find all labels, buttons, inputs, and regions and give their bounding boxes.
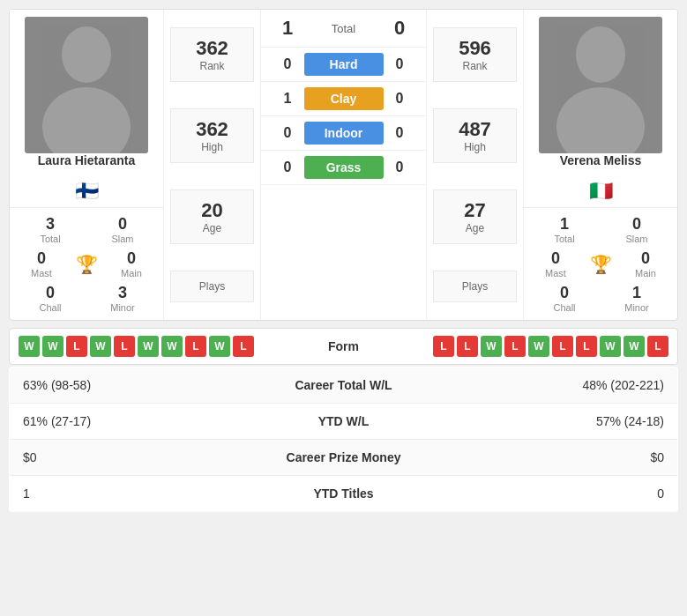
form-badge-left: W [161, 336, 183, 357]
h2h-indoor-right: 0 [386, 125, 413, 141]
form-badge-right: L [457, 336, 478, 357]
right-form-badges: LLWLWLLWWL [388, 336, 669, 357]
stats-row: 61% (27-17) YTD W/L 57% (24-18) [10, 404, 678, 440]
stat-center-label: Career Prize Money [243, 440, 444, 476]
form-badge-left: W [90, 336, 111, 357]
right-minor-stat: 1 Minor [601, 284, 673, 313]
right-rank-stats: 596 Rank 487 High 27 Age Plays [426, 10, 523, 320]
h2h-clay-right: 0 [386, 91, 413, 107]
form-badge-left: W [42, 336, 63, 357]
left-player-header: Laura Hietaranta 🇫🇮 [10, 10, 163, 208]
stat-right-value: 48% (202-221) [444, 367, 677, 404]
form-label: Form [300, 339, 388, 353]
form-badge-left: L [66, 336, 87, 357]
right-player-flag: 🇮🇹 [589, 180, 613, 203]
hard-badge: Hard [304, 53, 384, 76]
right-player-name: Verena Meliss [560, 153, 642, 167]
form-badge-right: W [481, 336, 502, 357]
left-player-stats: 3 Total 0 Slam 0 Mast 🏆 [10, 208, 163, 320]
right-rank-block: 596 Rank [433, 27, 517, 82]
indoor-badge: Indoor [304, 122, 384, 145]
right-total-stat: 1 Total [528, 215, 601, 244]
right-player-section: Verena Meliss 🇮🇹 1 Total 0 Slam 0 [523, 10, 677, 320]
right-slam-stat: 0 Slam [601, 215, 673, 244]
form-badge-right: W [528, 336, 549, 357]
stat-right-value: $0 [444, 440, 677, 476]
left-total-stat: 3 Total [14, 215, 86, 244]
stat-left-value: 1 [10, 476, 243, 512]
stat-center-label: YTD W/L [243, 404, 444, 440]
left-trophy-icon: 🏆 [69, 249, 104, 278]
svg-point-2 [576, 26, 625, 83]
left-player-flag: 🇫🇮 [75, 180, 99, 203]
h2h-total-row: 1 Total 0 [261, 10, 426, 48]
main-container: Laura Hietaranta 🇫🇮 3 Total 0 Slam [0, 0, 687, 521]
stat-right-value: 0 [444, 476, 677, 512]
h2h-clay-row: 1 Clay 0 [261, 82, 426, 116]
left-player-section: Laura Hietaranta 🇫🇮 3 Total 0 Slam [10, 10, 164, 320]
stat-right-value: 57% (24-18) [444, 404, 677, 440]
h2h-center: 1 Total 0 0 Hard 0 1 Clay 0 [261, 10, 426, 320]
form-badge-left: L [233, 336, 254, 357]
h2h-total-label: Total [332, 22, 355, 35]
h2h-total-left: 1 [274, 17, 301, 40]
stat-left-value: 61% (27-17) [10, 404, 243, 440]
h2h-grass-row: 0 Grass 0 [261, 151, 426, 185]
right-player-stats: 1 Total 0 Slam 0 Mast 🏆 [524, 208, 677, 320]
form-badge-right: L [647, 336, 668, 357]
left-main-stat: 0 Main [104, 249, 159, 278]
h2h-grass-right: 0 [386, 160, 413, 175]
h2h-hard-row: 0 Hard 0 [261, 48, 426, 82]
right-trophy-icon: 🏆 [583, 249, 618, 278]
stat-left-value: 63% (98-58) [10, 367, 243, 404]
stat-left-value: $0 [10, 440, 243, 476]
form-section: WWLWLWWLWL Form LLWLWLLWWL [9, 328, 678, 365]
stat-center-label: Career Total W/L [243, 367, 444, 404]
form-badge-right: L [576, 336, 597, 357]
svg-point-0 [62, 26, 111, 83]
h2h-hard-left: 0 [274, 56, 301, 72]
right-plays-block: Plays [433, 271, 517, 302]
h2h-indoor-row: 0 Indoor 0 [261, 116, 426, 151]
right-age-block: 27 Age [433, 189, 517, 244]
left-player-avatar [25, 17, 148, 153]
left-plays-block: Plays [170, 271, 254, 302]
stats-row: 63% (98-58) Career Total W/L 48% (202-22… [10, 367, 678, 404]
left-rank-block: 362 Rank [170, 27, 254, 82]
svg-point-1 [42, 87, 131, 153]
h2h-clay-left: 1 [274, 91, 301, 107]
form-badge-left: W [209, 336, 230, 357]
h2h-indoor-left: 0 [274, 125, 301, 141]
form-badge-right: L [433, 336, 454, 357]
stats-row: 1 YTD Titles 0 [10, 476, 678, 512]
form-badge-right: W [624, 336, 645, 357]
left-slam-stat: 0 Slam [86, 215, 159, 244]
stats-table: 63% (98-58) Career Total W/L 48% (202-22… [9, 367, 678, 512]
left-chall-stat: 0 Chall [14, 284, 86, 313]
right-player-header: Verena Meliss 🇮🇹 [524, 10, 677, 208]
left-mast-stat: 0 Mast [14, 249, 69, 278]
h2h-hard-right: 0 [386, 56, 413, 72]
grass-badge: Grass [304, 156, 384, 179]
right-player-avatar [539, 17, 662, 153]
center-section: 362 Rank 362 High 20 Age Plays [164, 10, 523, 320]
left-minor-stat: 3 Minor [86, 284, 159, 313]
form-badge-left: W [19, 336, 40, 357]
right-mast-stat: 0 Mast [528, 249, 583, 278]
svg-point-3 [556, 87, 645, 153]
clay-badge: Clay [304, 87, 384, 110]
form-badge-left: W [138, 336, 159, 357]
stats-row: $0 Career Prize Money $0 [10, 440, 678, 476]
left-rank-stats: 362 Rank 362 High 20 Age Plays [164, 10, 261, 320]
left-high-block: 362 High [170, 108, 254, 163]
h2h-total-right: 0 [386, 17, 413, 40]
stat-center-label: YTD Titles [243, 476, 444, 512]
player-comparison-card: Laura Hietaranta 🇫🇮 3 Total 0 Slam [9, 9, 678, 321]
h2h-grass-left: 0 [274, 160, 301, 175]
right-chall-stat: 0 Chall [528, 284, 601, 313]
right-high-block: 487 High [433, 108, 517, 163]
form-badge-right: W [600, 336, 621, 357]
form-badge-left: L [185, 336, 206, 357]
form-badge-right: L [504, 336, 526, 357]
left-age-block: 20 Age [170, 189, 254, 244]
